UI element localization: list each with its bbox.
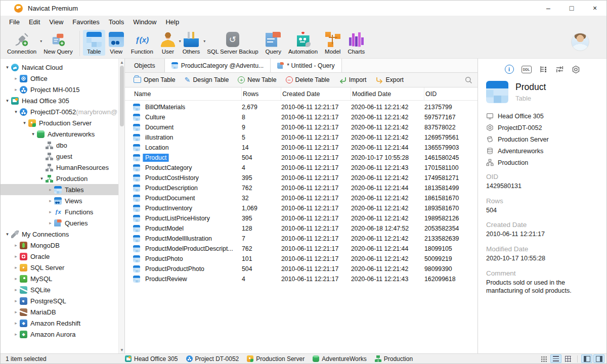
column-header-name[interactable]: Name [133, 87, 242, 100]
table-row[interactable]: BillOfMaterials 2,679 2010-06-11 12:21:1… [125, 102, 478, 112]
tree-item[interactable]: Head Office 305 [1, 95, 118, 106]
others-button[interactable]: ▾ Others [179, 30, 204, 56]
tree-item[interactable]: dbo [1, 140, 118, 151]
tree-item[interactable]: Adventureworks [1, 128, 118, 140]
tree-chevron-icon[interactable] [47, 198, 54, 203]
tree-chevron-icon[interactable] [4, 65, 11, 70]
list-view-button[interactable] [550, 354, 561, 363]
detail-view-button[interactable] [562, 354, 574, 363]
table-row[interactable]: ProductModelProductDescript... 762 2010-… [125, 244, 478, 254]
tree-chevron-icon[interactable] [12, 298, 20, 303]
tree-item[interactable]: Functions [1, 206, 118, 217]
menu-item[interactable]: Favorites [68, 17, 104, 27]
table-row[interactable]: Culture 8 2010-06-11 12:21:17 2020-06-11… [125, 112, 478, 122]
tree-chevron-icon[interactable] [12, 276, 20, 281]
tree-item[interactable]: MariaDB [1, 306, 118, 317]
charts-button[interactable]: Charts [344, 30, 368, 56]
new-query-button[interactable]: New Query [40, 30, 76, 56]
new-table-button[interactable]: + New Table [234, 75, 280, 85]
tree-chevron-icon[interactable] [47, 209, 54, 214]
column-header-oid[interactable]: OID [424, 87, 478, 100]
tree-item[interactable]: PostgreSQL [1, 295, 118, 306]
tree-item[interactable]: Views [1, 195, 118, 206]
tree-item[interactable]: Amazon Redshift [1, 317, 118, 329]
path-item[interactable]: Project DT-0052 [186, 355, 239, 362]
column-header-created[interactable]: Created Date [281, 87, 351, 100]
path-item[interactable]: Head Office 305 [125, 355, 178, 362]
table-row[interactable]: ProductModelIllustration 7 2010-06-11 12… [125, 234, 478, 244]
user-avatar[interactable] [571, 33, 589, 51]
menu-item[interactable]: Help [161, 17, 184, 27]
tree-item[interactable]: SQLite [1, 284, 118, 295]
ddl-icon[interactable] [522, 66, 532, 73]
menu-item[interactable]: Tools [104, 17, 128, 27]
connection-button[interactable]: ▾ Connection [4, 30, 40, 56]
path-item[interactable]: Production [375, 355, 413, 362]
table-row[interactable]: Location 14 2010-06-11 12:21:17 2020-06-… [125, 143, 478, 153]
table-row[interactable]: ProductCostHistory 395 2010-06-11 12:21:… [125, 173, 478, 183]
table-row[interactable]: ProductPhoto 101 2010-06-11 12:21:17 202… [125, 254, 478, 264]
tree-item[interactable]: My Connections [1, 229, 118, 240]
table-row[interactable]: ProductInventory 1,069 2010-06-11 12:21:… [125, 203, 478, 213]
tree-item[interactable]: MongoDB [1, 240, 118, 251]
table-row[interactable]: ProductCategory 4 2010-06-11 12:21:17 20… [125, 163, 478, 173]
table-button[interactable]: Table [83, 30, 105, 56]
tree-chevron-icon[interactable] [12, 254, 20, 259]
toggle-right-panel-button[interactable] [593, 354, 604, 363]
table-row[interactable]: ProductProductPhoto 504 2010-06-11 12:21… [125, 264, 478, 274]
tree-chevron-icon[interactable] [47, 187, 54, 192]
structure-icon[interactable] [539, 65, 548, 73]
hexnut-icon[interactable] [572, 65, 580, 74]
scroll-down-icon[interactable]: ▼ [119, 346, 125, 353]
tab-productcategory[interactable]: ProductCategory @Adventu... [165, 59, 271, 72]
path-item[interactable]: AdventureWorks [313, 355, 366, 362]
table-row[interactable]: ProductListPriceHistory 395 2010-06-11 1… [125, 213, 478, 223]
scrollbar-thumb[interactable] [120, 66, 124, 126]
tree-item[interactable]: Production Server [1, 117, 118, 128]
design-table-button[interactable]: ✎ Design Table [181, 75, 233, 85]
maximize-button[interactable]: □ [560, 1, 583, 16]
scroll-up-icon[interactable]: ▲ [119, 59, 125, 66]
menu-item[interactable]: Window [128, 17, 161, 27]
grid-view-button[interactable] [538, 354, 549, 363]
table-row[interactable]: ProductReview 4 2010-06-11 12:21:17 2020… [125, 274, 478, 284]
path-item[interactable]: Production Server [247, 355, 305, 362]
open-table-button[interactable]: Open Table [130, 75, 179, 85]
tree-chevron-icon[interactable] [12, 109, 20, 114]
tree-item[interactable]: SQL Server [1, 262, 118, 273]
tree-item[interactable]: Navicat Cloud [1, 62, 118, 73]
tree-item[interactable]: MySQL [1, 273, 118, 284]
tree-chevron-icon[interactable] [12, 321, 20, 326]
tree-item[interactable]: guest [1, 151, 118, 162]
table-row[interactable]: ProductModel 128 2010-06-11 12:21:17 202… [125, 223, 478, 234]
relation-icon[interactable] [555, 65, 564, 73]
table-row[interactable]: Product 504 2010-06-11 12:21:17 2020-10-… [125, 153, 478, 163]
delete-table-button[interactable]: − Delete Table [282, 75, 333, 85]
search-icon[interactable] [465, 76, 472, 84]
tree-chevron-icon[interactable] [38, 176, 46, 181]
toggle-left-panel-button[interactable] [581, 354, 592, 363]
tree-item[interactable]: Tables [1, 184, 118, 195]
menu-item[interactable]: File [5, 17, 24, 27]
tree-chevron-icon[interactable] [12, 332, 20, 337]
sql-server-backup-button[interactable]: SQL Server Backup [203, 30, 262, 56]
table-row[interactable]: ProductDocument 32 2010-06-11 12:21:17 2… [125, 193, 478, 203]
tree-chevron-icon[interactable] [12, 76, 20, 81]
tree-chevron-icon[interactable] [21, 120, 28, 125]
model-button[interactable]: Model [321, 30, 344, 56]
function-button[interactable]: Function [127, 30, 157, 56]
column-header-rows[interactable]: Rows [242, 87, 281, 100]
menu-item[interactable]: Edit [24, 17, 45, 27]
tree-item[interactable]: ProjectDT-0052 (marybrown@ [1, 106, 118, 117]
tree-item[interactable]: HumanResources [1, 162, 118, 173]
column-header-modified[interactable]: Modified Date [351, 87, 424, 100]
tree-chevron-icon[interactable] [12, 309, 20, 314]
automation-button[interactable]: Automation [285, 30, 321, 56]
tree-item[interactable]: Oracle [1, 251, 118, 262]
info-icon[interactable] [505, 65, 514, 74]
tree-chevron-icon[interactable] [47, 220, 54, 225]
table-row[interactable]: illustration 5 2010-06-11 12:21:17 2020-… [125, 132, 478, 143]
sidebar-scrollbar[interactable]: ▲ ▼ [118, 59, 124, 353]
tree-item[interactable]: Queries [1, 217, 118, 229]
tree-chevron-icon[interactable] [12, 287, 20, 292]
